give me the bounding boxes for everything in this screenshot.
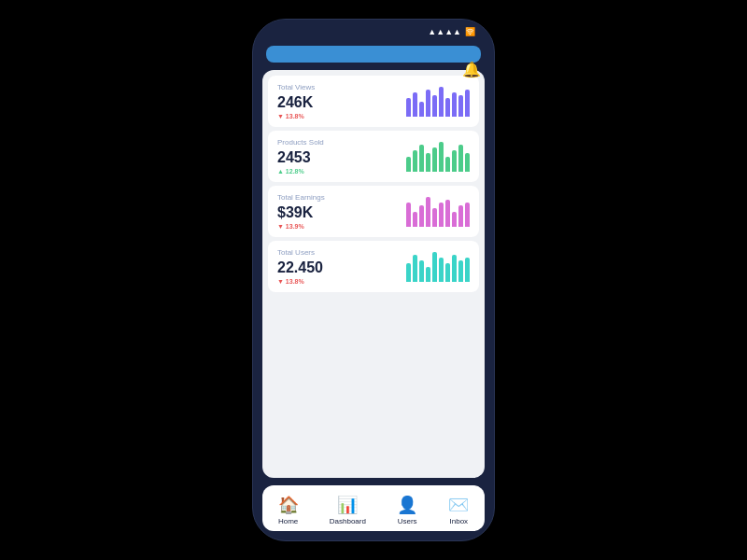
chart-bar — [452, 212, 457, 227]
wifi-icon: 🛜 — [465, 27, 475, 36]
chart-bar — [426, 197, 430, 227]
chart-bar — [458, 145, 463, 172]
chart-bar — [445, 98, 450, 116]
mini-chart — [406, 142, 470, 172]
card-value: 246K — [277, 94, 315, 111]
card-left: Total Users22.450▼ 13.8% — [277, 248, 323, 285]
chart-bar — [465, 258, 470, 282]
nav-label-dashboard: Dashboard — [330, 517, 366, 525]
phone-frame: ▲▲▲▲ 🛜 🔔 Total Views246K▼ 13.8%Products … — [252, 19, 495, 541]
card-value: $39K — [277, 204, 325, 221]
chart-bar — [419, 260, 424, 281]
chart-bar — [426, 90, 430, 117]
chart-bar — [465, 153, 470, 171]
nav-icon-inbox: ✉️ — [448, 495, 469, 515]
chart-bar — [439, 203, 444, 227]
chart-bar — [426, 153, 430, 171]
mini-chart — [406, 87, 470, 117]
nav-label-inbox: Inbox — [450, 517, 469, 525]
nav-item-users[interactable]: 👤Users — [389, 493, 425, 527]
chart-bar — [413, 92, 417, 117]
nav-icon-users: 👤 — [397, 495, 417, 515]
stat-card-0: Total Views246K▼ 13.8% — [268, 76, 479, 127]
chart-bar — [458, 260, 463, 281]
chart-bar — [406, 98, 411, 116]
card-change: ▼ 13.9% — [277, 223, 325, 230]
chart-bar — [432, 208, 437, 226]
chart-bar — [452, 150, 457, 171]
chart-bar — [445, 157, 450, 172]
card-value: 2453 — [277, 149, 324, 166]
nav-item-dashboard[interactable]: 📊Dashboard — [322, 493, 374, 527]
nav-item-home[interactable]: 🏠Home — [271, 493, 306, 527]
status-icons: ▲▲▲▲ 🛜 — [428, 27, 479, 36]
chart-bar — [419, 102, 424, 117]
chart-bar — [452, 255, 457, 282]
card-label: Total Views — [277, 83, 315, 91]
chart-bar — [406, 157, 411, 172]
chart-bar — [465, 203, 470, 227]
stat-card-2: Total Earnings$39K▼ 13.9% — [268, 186, 479, 237]
card-change: ▼ 13.8% — [277, 113, 315, 119]
chart-bar — [439, 87, 444, 117]
chart-bar — [413, 212, 417, 227]
chart-bar — [426, 267, 430, 282]
chart-bar — [458, 95, 463, 116]
cards-container: Total Views246K▼ 13.8%Products Sold2453▲… — [262, 70, 485, 478]
card-left: Total Views246K▼ 13.8% — [277, 83, 315, 119]
mini-chart — [406, 252, 470, 282]
chart-bar — [452, 92, 457, 117]
card-value: 22.450 — [277, 259, 323, 276]
notifications-header — [266, 46, 481, 63]
chart-bar — [419, 145, 424, 172]
chart-bar — [445, 263, 450, 281]
card-change: ▲ 12.8% — [277, 168, 324, 175]
status-bar: ▲▲▲▲ 🛜 — [253, 20, 494, 40]
chart-bar — [432, 252, 437, 282]
card-left: Total Earnings$39K▼ 13.9% — [277, 193, 325, 230]
nav-label-users: Users — [398, 517, 417, 525]
signal-icon: ▲▲▲▲ — [428, 27, 461, 36]
card-change: ▼ 13.8% — [277, 278, 323, 285]
nav-label-home: Home — [278, 517, 298, 525]
bell-icon[interactable]: 🔔 — [462, 61, 481, 78]
stat-card-3: Total Users22.450▼ 13.8% — [268, 241, 479, 292]
nav-item-inbox[interactable]: ✉️Inbox — [441, 493, 476, 527]
stat-card-1: Products Sold2453▲ 12.8% — [268, 131, 479, 182]
main-content: Total Views246K▼ 13.8%Products Sold2453▲… — [253, 63, 494, 485]
nav-icon-dashboard: 📊 — [337, 495, 358, 515]
chart-bar — [445, 200, 450, 227]
chart-bar — [432, 95, 437, 116]
chart-bar — [413, 255, 417, 282]
card-label: Total Users — [277, 248, 323, 257]
bottom-nav: 🏠Home📊Dashboard👤Users✉️Inbox — [262, 485, 485, 531]
chart-bar — [419, 205, 424, 226]
chart-bar — [439, 142, 444, 172]
chart-bar — [465, 90, 470, 117]
chart-bar — [458, 205, 463, 226]
mini-chart — [406, 197, 470, 227]
card-label: Products Sold — [277, 138, 324, 147]
chart-bar — [406, 203, 411, 227]
nav-icon-home: 🏠 — [278, 495, 299, 515]
chart-bar — [413, 150, 417, 171]
card-label: Total Earnings — [277, 193, 325, 202]
card-left: Products Sold2453▲ 12.8% — [277, 138, 324, 175]
chart-bar — [439, 258, 444, 282]
chart-bar — [432, 147, 437, 172]
chart-bar — [406, 263, 411, 281]
